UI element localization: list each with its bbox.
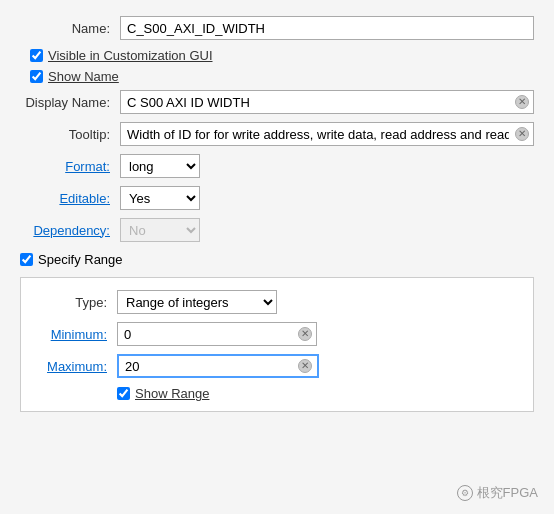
clear-icon-maximum: ✕: [298, 359, 312, 373]
show-range-label: Show Range: [135, 386, 209, 401]
display-name-label: Display Name:: [20, 95, 120, 110]
maximum-input-wrapper: ✕: [117, 354, 317, 378]
minimum-input[interactable]: [117, 322, 317, 346]
watermark-icon: ⚙: [457, 485, 473, 501]
editable-row: Editable: Yes No: [20, 186, 534, 210]
specify-range-header: Specify Range: [20, 252, 534, 267]
tooltip-row: Tooltip: ✕: [20, 122, 534, 146]
clear-icon-tooltip: ✕: [515, 127, 529, 141]
display-name-input[interactable]: [120, 90, 534, 114]
clear-icon: ✕: [515, 95, 529, 109]
minimum-row: Minimum: ✕: [37, 322, 517, 346]
tooltip-input-wrapper: ✕: [120, 122, 534, 146]
maximum-label[interactable]: Maximum:: [37, 359, 117, 374]
tooltip-label: Tooltip:: [20, 127, 120, 142]
maximum-clear-button[interactable]: ✕: [297, 358, 313, 374]
name-input[interactable]: [120, 16, 534, 40]
display-name-row: Display Name: ✕: [20, 90, 534, 114]
dependency-select[interactable]: No Yes: [120, 218, 200, 242]
maximum-row: Maximum: ✕: [37, 354, 517, 378]
editable-label[interactable]: Editable:: [20, 191, 120, 206]
visible-gui-label: Visible in Customization GUI: [48, 48, 213, 63]
display-name-clear-button[interactable]: ✕: [514, 94, 530, 110]
minimum-clear-button[interactable]: ✕: [297, 326, 313, 342]
name-label: Name:: [20, 21, 120, 36]
minimum-label[interactable]: Minimum:: [37, 327, 117, 342]
tooltip-clear-button[interactable]: ✕: [514, 126, 530, 142]
maximum-input[interactable]: [117, 354, 319, 378]
show-name-row: Show Name: [20, 69, 534, 84]
show-name-label: Show Name: [48, 69, 119, 84]
name-row: Name:: [20, 16, 534, 40]
display-name-input-wrapper: ✕: [120, 90, 534, 114]
watermark: ⚙ 根究FPGA: [457, 484, 538, 502]
specify-range-checkbox[interactable]: [20, 253, 33, 266]
clear-icon-minimum: ✕: [298, 327, 312, 341]
range-inner-box: Type: Range of integers Range of values …: [20, 277, 534, 412]
specify-range-section: Specify Range Type: Range of integers Ra…: [20, 252, 534, 412]
show-name-checkbox[interactable]: [30, 70, 43, 83]
format-row: Format: long short hex: [20, 154, 534, 178]
type-select[interactable]: Range of integers Range of values List o…: [117, 290, 277, 314]
specify-range-label: Specify Range: [38, 252, 123, 267]
visible-gui-row: Visible in Customization GUI: [20, 48, 534, 63]
dependency-label[interactable]: Dependency:: [20, 223, 120, 238]
type-label: Type:: [37, 295, 117, 310]
format-select[interactable]: long short hex: [120, 154, 200, 178]
tooltip-input[interactable]: [120, 122, 534, 146]
main-container: Name: Visible in Customization GUI Show …: [0, 0, 554, 514]
visible-gui-checkbox[interactable]: [30, 49, 43, 62]
editable-select[interactable]: Yes No: [120, 186, 200, 210]
type-row: Type: Range of integers Range of values …: [37, 290, 517, 314]
watermark-text: 根究FPGA: [477, 484, 538, 502]
dependency-row: Dependency: No Yes: [20, 218, 534, 242]
show-range-checkbox[interactable]: [117, 387, 130, 400]
minimum-input-wrapper: ✕: [117, 322, 317, 346]
show-range-row: Show Range: [37, 386, 517, 401]
format-label[interactable]: Format:: [20, 159, 120, 174]
